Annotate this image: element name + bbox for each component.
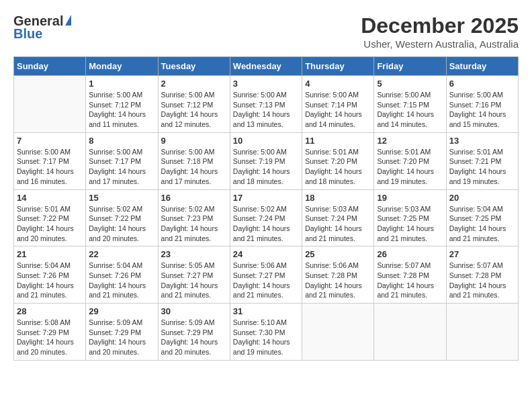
calendar-cell: 4Sunrise: 5:00 AMSunset: 7:14 PMDaylight…	[302, 76, 374, 133]
calendar-cell: 23Sunrise: 5:05 AMSunset: 7:27 PMDayligh…	[158, 246, 230, 304]
logo: General Blue	[13, 13, 71, 42]
calendar-table: SundayMondayTuesdayWednesdayThursdayFrid…	[13, 56, 519, 361]
day-info: Sunrise: 5:00 AMSunset: 7:18 PMDaylight:…	[161, 147, 227, 187]
calendar-cell: 10Sunrise: 5:00 AMSunset: 7:19 PMDayligh…	[230, 132, 302, 189]
day-info: Sunrise: 5:00 AMSunset: 7:12 PMDaylight:…	[161, 90, 227, 130]
day-number: 9	[161, 136, 227, 146]
calendar-cell: 27Sunrise: 5:07 AMSunset: 7:28 PMDayligh…	[446, 246, 518, 304]
day-info: Sunrise: 5:00 AMSunset: 7:17 PMDaylight:…	[89, 147, 154, 187]
day-number: 4	[305, 79, 371, 89]
page-header: General Blue December 2025 Usher, Wester…	[13, 13, 519, 50]
title-block: December 2025 Usher, Western Australia, …	[361, 13, 519, 50]
header-day: Friday	[374, 57, 446, 76]
day-info: Sunrise: 5:00 AMSunset: 7:12 PMDaylight:…	[89, 90, 154, 130]
day-number: 27	[449, 249, 515, 259]
day-number: 28	[17, 306, 83, 316]
day-info: Sunrise: 5:00 AMSunset: 7:15 PMDaylight:…	[377, 90, 443, 130]
calendar-cell: 16Sunrise: 5:02 AMSunset: 7:23 PMDayligh…	[158, 189, 230, 246]
day-info: Sunrise: 5:02 AMSunset: 7:24 PMDaylight:…	[233, 204, 299, 244]
calendar-body: 1Sunrise: 5:00 AMSunset: 7:12 PMDaylight…	[14, 76, 519, 361]
day-info: Sunrise: 5:03 AMSunset: 7:24 PMDaylight:…	[305, 204, 371, 244]
logo-blue-text: Blue	[13, 26, 42, 42]
day-number: 2	[161, 79, 227, 89]
calendar-cell: 30Sunrise: 5:09 AMSunset: 7:29 PMDayligh…	[158, 304, 230, 361]
calendar-cell	[14, 76, 86, 133]
header-row: SundayMondayTuesdayWednesdayThursdayFrid…	[14, 57, 519, 76]
calendar-cell: 3Sunrise: 5:00 AMSunset: 7:13 PMDaylight…	[230, 76, 302, 133]
calendar-week-row: 28Sunrise: 5:08 AMSunset: 7:29 PMDayligh…	[14, 304, 519, 361]
calendar-cell: 5Sunrise: 5:00 AMSunset: 7:15 PMDaylight…	[374, 76, 446, 133]
calendar-cell: 25Sunrise: 5:06 AMSunset: 7:28 PMDayligh…	[302, 246, 374, 304]
day-info: Sunrise: 5:04 AMSunset: 7:26 PMDaylight:…	[89, 261, 154, 300]
day-number: 23	[161, 249, 227, 259]
calendar-cell: 22Sunrise: 5:04 AMSunset: 7:26 PMDayligh…	[86, 246, 158, 304]
day-info: Sunrise: 5:00 AMSunset: 7:13 PMDaylight:…	[233, 90, 299, 130]
day-info: Sunrise: 5:07 AMSunset: 7:28 PMDaylight:…	[449, 261, 515, 300]
day-info: Sunrise: 5:01 AMSunset: 7:20 PMDaylight:…	[305, 147, 371, 187]
day-info: Sunrise: 5:00 AMSunset: 7:17 PMDaylight:…	[17, 147, 83, 187]
calendar-cell	[446, 304, 518, 361]
calendar-title: December 2025	[361, 13, 519, 38]
calendar-cell: 12Sunrise: 5:01 AMSunset: 7:20 PMDayligh…	[374, 132, 446, 189]
calendar-cell	[374, 304, 446, 361]
calendar-cell: 1Sunrise: 5:00 AMSunset: 7:12 PMDaylight…	[86, 76, 158, 133]
day-number: 8	[89, 136, 154, 146]
day-number: 26	[377, 249, 443, 259]
calendar-header: SundayMondayTuesdayWednesdayThursdayFrid…	[14, 57, 519, 76]
day-number: 16	[161, 193, 227, 203]
calendar-cell: 24Sunrise: 5:06 AMSunset: 7:27 PMDayligh…	[230, 246, 302, 304]
day-number: 17	[233, 193, 299, 203]
day-info: Sunrise: 5:01 AMSunset: 7:21 PMDaylight:…	[449, 147, 515, 187]
header-day: Monday	[86, 57, 158, 76]
day-number: 29	[89, 306, 154, 316]
day-info: Sunrise: 5:03 AMSunset: 7:25 PMDaylight:…	[377, 204, 443, 244]
day-number: 22	[89, 249, 154, 259]
day-number: 3	[233, 79, 299, 89]
calendar-cell: 7Sunrise: 5:00 AMSunset: 7:17 PMDaylight…	[14, 132, 86, 189]
day-number: 25	[305, 249, 371, 259]
logo-triangle-icon	[65, 15, 71, 26]
day-number: 11	[305, 136, 371, 146]
calendar-cell: 6Sunrise: 5:00 AMSunset: 7:16 PMDaylight…	[446, 76, 518, 133]
calendar-cell: 11Sunrise: 5:01 AMSunset: 7:20 PMDayligh…	[302, 132, 374, 189]
day-number: 7	[17, 136, 83, 146]
calendar-cell: 2Sunrise: 5:00 AMSunset: 7:12 PMDaylight…	[158, 76, 230, 133]
calendar-cell	[302, 304, 374, 361]
day-number: 20	[449, 193, 515, 203]
day-info: Sunrise: 5:04 AMSunset: 7:25 PMDaylight:…	[449, 204, 515, 244]
header-day: Tuesday	[158, 57, 230, 76]
day-info: Sunrise: 5:08 AMSunset: 7:29 PMDaylight:…	[17, 318, 83, 357]
header-day: Thursday	[302, 57, 374, 76]
day-info: Sunrise: 5:06 AMSunset: 7:28 PMDaylight:…	[305, 261, 371, 300]
day-info: Sunrise: 5:06 AMSunset: 7:27 PMDaylight:…	[233, 261, 299, 300]
day-info: Sunrise: 5:00 AMSunset: 7:19 PMDaylight:…	[233, 147, 299, 187]
calendar-cell: 8Sunrise: 5:00 AMSunset: 7:17 PMDaylight…	[86, 132, 158, 189]
calendar-cell: 18Sunrise: 5:03 AMSunset: 7:24 PMDayligh…	[302, 189, 374, 246]
calendar-cell: 14Sunrise: 5:01 AMSunset: 7:22 PMDayligh…	[14, 189, 86, 246]
day-number: 30	[161, 306, 227, 316]
calendar-week-row: 7Sunrise: 5:00 AMSunset: 7:17 PMDaylight…	[14, 132, 519, 189]
day-info: Sunrise: 5:07 AMSunset: 7:28 PMDaylight:…	[377, 261, 443, 300]
day-info: Sunrise: 5:00 AMSunset: 7:16 PMDaylight:…	[449, 90, 515, 130]
calendar-cell: 21Sunrise: 5:04 AMSunset: 7:26 PMDayligh…	[14, 246, 86, 304]
day-number: 1	[89, 79, 154, 89]
day-number: 12	[377, 136, 443, 146]
calendar-week-row: 21Sunrise: 5:04 AMSunset: 7:26 PMDayligh…	[14, 246, 519, 304]
calendar-cell: 28Sunrise: 5:08 AMSunset: 7:29 PMDayligh…	[14, 304, 86, 361]
day-number: 24	[233, 249, 299, 259]
calendar-cell: 26Sunrise: 5:07 AMSunset: 7:28 PMDayligh…	[374, 246, 446, 304]
day-info: Sunrise: 5:04 AMSunset: 7:26 PMDaylight:…	[17, 261, 83, 300]
day-info: Sunrise: 5:02 AMSunset: 7:22 PMDaylight:…	[89, 204, 154, 244]
calendar-cell: 20Sunrise: 5:04 AMSunset: 7:25 PMDayligh…	[446, 189, 518, 246]
calendar-cell: 29Sunrise: 5:09 AMSunset: 7:29 PMDayligh…	[86, 304, 158, 361]
day-number: 5	[377, 79, 443, 89]
day-number: 18	[305, 193, 371, 203]
calendar-subtitle: Usher, Western Australia, Australia	[361, 38, 519, 50]
day-number: 14	[17, 193, 83, 203]
calendar-cell: 13Sunrise: 5:01 AMSunset: 7:21 PMDayligh…	[446, 132, 518, 189]
day-number: 21	[17, 249, 83, 259]
day-number: 31	[233, 306, 299, 316]
header-day: Sunday	[14, 57, 86, 76]
day-info: Sunrise: 5:09 AMSunset: 7:29 PMDaylight:…	[89, 318, 154, 357]
calendar-cell: 31Sunrise: 5:10 AMSunset: 7:30 PMDayligh…	[230, 304, 302, 361]
